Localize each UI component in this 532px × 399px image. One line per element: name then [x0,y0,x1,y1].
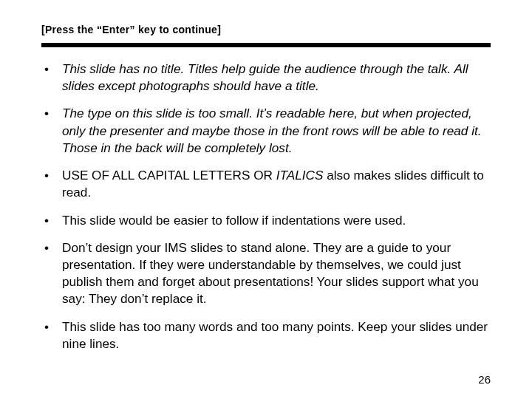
bullet-dot-icon: • [41,212,62,229]
bullet-text: The type on this slide is too small. It’… [62,105,491,157]
bullet-dot-icon: • [41,239,62,256]
bullet-dot-icon: • [41,105,62,122]
bullet-list: •This slide has no title. Titles help gu… [41,61,491,352]
bullet-text: Don’t design your IMS slides to stand al… [62,239,491,308]
bullet-item: •This slide has no title. Titles help gu… [41,61,491,95]
instruction-text: [Press the “Enter” key to continue] [41,24,491,35]
bullet-dot-icon: • [41,167,62,184]
bullet-item: •The type on this slide is too small. It… [41,105,491,157]
bullet-item: •USE OF ALL CAPITAL LETTERS OR ITALICS a… [41,167,491,201]
divider [41,43,491,47]
bullet-text: This slide would be easier to follow if … [62,212,491,229]
bullet-text: This slide has too many words and too ma… [62,318,491,352]
bullet-text: USE OF ALL CAPITAL LETTERS OR ITALICS al… [62,167,491,201]
bullet-dot-icon: • [41,318,62,335]
bullet-item: •Don’t design your IMS slides to stand a… [41,239,491,308]
bullet-text: This slide has no title. Titles help gui… [62,61,491,95]
slide: [Press the “Enter” key to continue] •Thi… [0,0,532,399]
bullet-item: •This slide would be easier to follow if… [41,212,491,229]
bullet-item: •This slide has too many words and too m… [41,318,491,352]
page-number: 26 [478,373,491,386]
bullet-dot-icon: • [41,61,62,78]
